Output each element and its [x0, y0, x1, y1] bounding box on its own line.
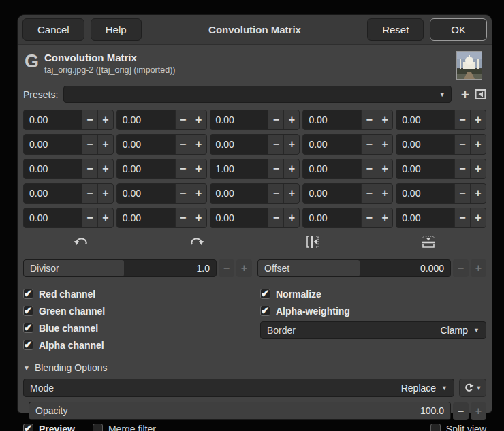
matrix-decrement-0-3[interactable]: − — [361, 110, 377, 129]
matrix-increment-2-1[interactable]: + — [191, 159, 206, 178]
checkbox-alpha-channel[interactable]: Alpha channel — [23, 336, 249, 353]
matrix-increment-0-3[interactable]: + — [377, 110, 392, 129]
checkbox-normalize[interactable]: Normalize — [260, 285, 486, 302]
matrix-entry-2-4[interactable]: 0.00 — [396, 159, 454, 178]
matrix-entry-4-3[interactable]: 0.00 — [303, 208, 361, 227]
matrix-increment-4-1[interactable]: + — [191, 208, 206, 227]
matrix-entry-1-1[interactable]: 0.00 — [117, 135, 175, 154]
matrix-decrement-3-3[interactable]: − — [361, 184, 377, 203]
border-select[interactable]: BorderClamp▼ — [260, 321, 486, 339]
matrix-increment-2-3[interactable]: + — [377, 159, 392, 178]
checked-checkbox-icon[interactable] — [260, 289, 270, 299]
matrix-entry-2-0[interactable]: 0.00 — [24, 159, 82, 178]
offset-decrement-button[interactable]: − — [453, 259, 469, 277]
matrix-decrement-2-2[interactable]: − — [268, 159, 283, 178]
matrix-decrement-3-0[interactable]: − — [82, 184, 97, 203]
matrix-decrement-2-4[interactable]: − — [454, 159, 470, 178]
matrix-decrement-4-1[interactable]: − — [175, 208, 191, 227]
matrix-decrement-0-0[interactable]: − — [82, 110, 97, 129]
matrix-decrement-2-1[interactable]: − — [175, 159, 191, 178]
matrix-increment-4-2[interactable]: + — [283, 208, 299, 227]
matrix-increment-1-0[interactable]: + — [97, 135, 113, 154]
checkbox-preview[interactable]: Preview — [23, 420, 75, 431]
checked-checkbox-icon[interactable] — [23, 289, 33, 299]
matrix-entry-3-1[interactable]: 0.00 — [117, 184, 175, 203]
matrix-decrement-4-0[interactable]: − — [82, 208, 97, 227]
checkbox-green-channel[interactable]: Green channel — [23, 302, 249, 319]
matrix-entry-0-0[interactable]: 0.00 — [24, 110, 82, 129]
matrix-increment-0-1[interactable]: + — [191, 110, 206, 129]
flip-horizontal-button[interactable] — [255, 234, 371, 253]
matrix-entry-1-4[interactable]: 0.00 — [396, 135, 454, 154]
matrix-entry-4-0[interactable]: 0.00 — [24, 208, 82, 227]
matrix-entry-0-2[interactable]: 0.00 — [210, 110, 268, 129]
matrix-increment-4-3[interactable]: + — [377, 208, 392, 227]
matrix-decrement-1-1[interactable]: − — [175, 135, 191, 154]
unchecked-checkbox-icon[interactable] — [93, 424, 103, 431]
add-preset-button[interactable]: + — [457, 88, 469, 101]
matrix-entry-4-4[interactable]: 0.00 — [396, 208, 454, 227]
matrix-decrement-2-3[interactable]: − — [361, 159, 377, 178]
matrix-entry-1-2[interactable]: 0.00 — [210, 135, 268, 154]
divisor-value[interactable]: 1.0 — [197, 260, 210, 276]
offset-slider[interactable]: Offset 0.000 — [257, 259, 451, 277]
matrix-decrement-3-2[interactable]: − — [268, 184, 283, 203]
matrix-increment-3-2[interactable]: + — [283, 184, 299, 203]
divisor-slider[interactable]: Divisor 1.0 — [23, 259, 217, 277]
checked-checkbox-icon[interactable] — [23, 340, 33, 350]
matrix-increment-1-4[interactable]: + — [470, 135, 486, 154]
matrix-decrement-1-2[interactable]: − — [268, 135, 283, 154]
checkbox-red-channel[interactable]: Red channel — [23, 285, 249, 302]
matrix-decrement-4-3[interactable]: − — [361, 208, 377, 227]
matrix-increment-0-2[interactable]: + — [283, 110, 299, 129]
matrix-entry-3-0[interactable]: 0.00 — [24, 184, 82, 203]
matrix-increment-2-4[interactable]: + — [470, 159, 486, 178]
matrix-entry-1-3[interactable]: 0.00 — [303, 135, 361, 154]
matrix-increment-1-3[interactable]: + — [377, 135, 392, 154]
matrix-entry-4-2[interactable]: 0.00 — [210, 208, 268, 227]
opacity-increment-button[interactable]: + — [471, 402, 486, 420]
checked-checkbox-icon[interactable] — [23, 306, 33, 316]
blending-options-expander[interactable]: ▼ Blending Options — [23, 360, 486, 375]
matrix-increment-3-0[interactable]: + — [97, 184, 113, 203]
divisor-increment-button[interactable]: + — [236, 259, 252, 277]
opacity-value[interactable]: 100.0 — [420, 402, 444, 419]
rotate-90-ccw-button[interactable] — [23, 234, 139, 253]
matrix-entry-1-0[interactable]: 0.00 — [24, 135, 82, 154]
matrix-decrement-0-4[interactable]: − — [454, 110, 470, 129]
matrix-increment-4-0[interactable]: + — [97, 208, 113, 227]
matrix-entry-3-2[interactable]: 0.00 — [210, 184, 268, 203]
cancel-button[interactable]: Cancel — [22, 18, 84, 41]
checked-checkbox-icon[interactable] — [23, 424, 33, 431]
checked-checkbox-icon[interactable] — [260, 306, 270, 316]
matrix-increment-2-2[interactable]: + — [283, 159, 299, 178]
checked-checkbox-icon[interactable] — [23, 323, 33, 333]
matrix-decrement-3-1[interactable]: − — [175, 184, 191, 203]
rotate-90-cw-button[interactable] — [139, 234, 255, 253]
matrix-entry-0-4[interactable]: 0.00 — [396, 110, 454, 129]
matrix-increment-3-3[interactable]: + — [377, 184, 392, 203]
help-button[interactable]: Help — [91, 18, 142, 41]
offset-increment-button[interactable]: + — [471, 259, 486, 277]
matrix-increment-3-1[interactable]: + — [191, 184, 206, 203]
ok-button[interactable]: OK — [430, 18, 487, 41]
opacity-slider[interactable]: Opacity 100.0 — [29, 402, 451, 420]
reset-blend-mode-button[interactable]: ▼ — [459, 379, 486, 397]
matrix-decrement-3-4[interactable]: − — [454, 184, 470, 203]
mode-select[interactable]: Mode Replace ▼ — [23, 379, 454, 397]
matrix-increment-4-4[interactable]: + — [470, 208, 486, 227]
matrix-entry-2-2[interactable]: 1.00 — [210, 159, 268, 178]
matrix-decrement-1-4[interactable]: − — [454, 135, 470, 154]
matrix-increment-0-4[interactable]: + — [470, 110, 486, 129]
presets-combo[interactable]: ▼ — [63, 86, 451, 103]
matrix-decrement-4-2[interactable]: − — [268, 208, 283, 227]
matrix-increment-1-1[interactable]: + — [191, 135, 206, 154]
matrix-decrement-4-4[interactable]: − — [454, 208, 470, 227]
checkbox-merge-filter[interactable]: Merge filter — [93, 420, 156, 431]
checkbox-alpha-weighting[interactable]: Alpha-weighting — [260, 302, 486, 319]
matrix-decrement-0-1[interactable]: − — [175, 110, 191, 129]
matrix-decrement-0-2[interactable]: − — [268, 110, 283, 129]
matrix-increment-2-0[interactable]: + — [97, 159, 113, 178]
flip-vertical-button[interactable] — [371, 234, 486, 253]
divisor-decrement-button[interactable]: − — [219, 259, 234, 277]
